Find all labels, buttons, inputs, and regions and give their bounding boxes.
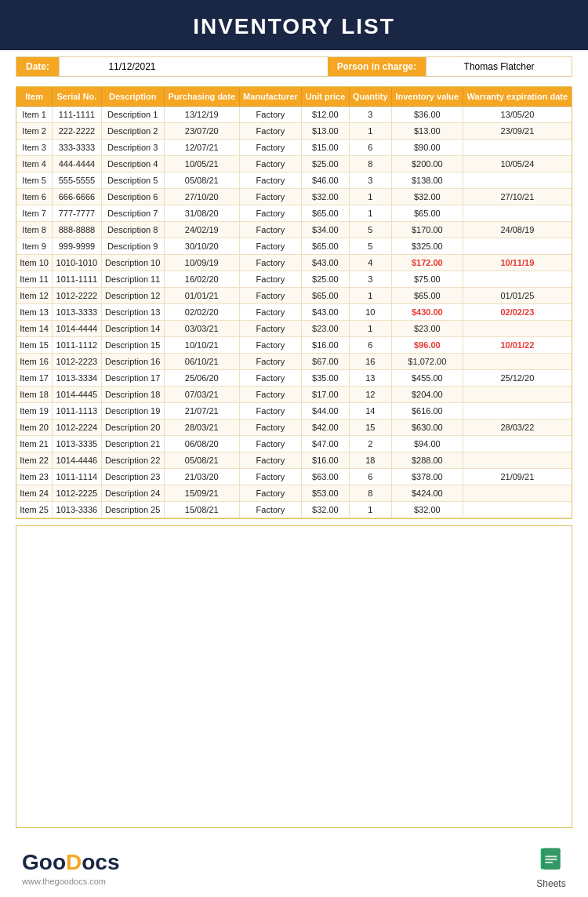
cell-r16-c4: Factory — [239, 370, 302, 387]
table-container: ItemSerial No.DescriptionPurchasing date… — [16, 86, 572, 519]
cell-r2-c6: 6 — [349, 140, 391, 156]
table-row: Item 9999-9999Description 930/10/20Facto… — [16, 238, 572, 255]
cell-r14-c0: Item 15 — [16, 337, 53, 354]
cell-r7-c7: $170.00 — [391, 222, 463, 238]
cell-r22-c8: 21/09/21 — [463, 469, 572, 485]
cell-r14-c2: Description 15 — [101, 337, 164, 354]
col-header-8: Warranty expiration date — [463, 87, 572, 107]
col-header-5: Unit price — [302, 87, 349, 107]
cell-r16-c3: 25/06/20 — [164, 370, 239, 387]
sheets-label: Sheets — [536, 878, 565, 889]
cell-r23-c4: Factory — [239, 485, 302, 502]
cell-r9-c4: Factory — [239, 255, 302, 271]
col-header-4: Manufacturer — [239, 87, 302, 107]
cell-r9-c3: 10/09/19 — [164, 255, 239, 271]
cell-r7-c6: 5 — [349, 222, 391, 238]
col-header-6: Quantity — [349, 87, 391, 107]
cell-r19-c6: 15 — [349, 419, 391, 436]
cell-r24-c6: 1 — [349, 502, 391, 518]
meta-row: Date: 11/12/2021 Person in charge: Thoma… — [16, 56, 572, 77]
cell-r24-c0: Item 25 — [16, 502, 53, 518]
cell-r15-c5: $67.00 — [302, 354, 349, 370]
cell-r24-c4: Factory — [239, 502, 302, 518]
cell-r6-c4: Factory — [239, 205, 302, 222]
cell-r1-c6: 1 — [349, 123, 391, 140]
cell-r24-c1: 1013-3336 — [53, 502, 101, 518]
cell-r18-c0: Item 19 — [16, 403, 53, 419]
table-row: Item 1111-1111Description 113/12/19Facto… — [16, 107, 572, 123]
table-row: Item 251013-3336Description 2515/08/21Fa… — [16, 502, 572, 518]
cell-r7-c4: Factory — [239, 222, 302, 238]
table-row: Item 211013-3335Description 2106/08/20Fa… — [16, 436, 572, 452]
cell-r12-c7: $430.00 — [391, 304, 463, 321]
cell-r18-c8 — [463, 403, 572, 419]
cell-r19-c5: $42.00 — [302, 419, 349, 436]
cell-r20-c6: 2 — [349, 436, 391, 452]
cell-r17-c6: 12 — [349, 387, 391, 403]
cell-r24-c2: Description 25 — [101, 502, 164, 518]
cell-r14-c1: 1011-1112 — [53, 337, 101, 354]
cell-r4-c5: $46.00 — [302, 172, 349, 189]
cell-r2-c0: Item 3 — [16, 140, 53, 156]
cell-r15-c6: 16 — [349, 354, 391, 370]
cell-r21-c0: Item 22 — [16, 452, 53, 469]
cell-r5-c0: Item 6 — [16, 189, 53, 205]
cell-r0-c3: 13/12/19 — [164, 107, 239, 123]
col-header-2: Description — [101, 87, 164, 107]
cell-r17-c5: $17.00 — [302, 387, 349, 403]
cell-r14-c4: Factory — [239, 337, 302, 354]
cell-r13-c0: Item 14 — [16, 321, 53, 337]
cell-r20-c3: 06/08/20 — [164, 436, 239, 452]
cell-r4-c6: 3 — [349, 172, 391, 189]
cell-r19-c2: Description 20 — [101, 419, 164, 436]
cell-r22-c7: $378.00 — [391, 469, 463, 485]
cell-r23-c0: Item 24 — [16, 485, 53, 502]
cell-r17-c3: 07/03/21 — [164, 387, 239, 403]
cell-r11-c2: Description 12 — [101, 288, 164, 304]
cell-r12-c5: $43.00 — [302, 304, 349, 321]
cell-r7-c3: 24/02/19 — [164, 222, 239, 238]
cell-r5-c4: Factory — [239, 189, 302, 205]
cell-r4-c0: Item 5 — [16, 172, 53, 189]
cell-r22-c1: 1011-1114 — [53, 469, 101, 485]
cell-r15-c4: Factory — [239, 354, 302, 370]
cell-r0-c2: Description 1 — [101, 107, 164, 123]
cell-r2-c5: $15.00 — [302, 140, 349, 156]
cell-r11-c1: 1012-2222 — [53, 288, 101, 304]
cell-r6-c3: 31/08/20 — [164, 205, 239, 222]
cell-r17-c8 — [463, 387, 572, 403]
cell-r6-c5: $65.00 — [302, 205, 349, 222]
cell-r19-c0: Item 20 — [16, 419, 53, 436]
cell-r4-c2: Description 5 — [101, 172, 164, 189]
cell-r7-c0: Item 8 — [16, 222, 53, 238]
cell-r20-c0: Item 21 — [16, 436, 53, 452]
cell-r8-c8 — [463, 238, 572, 255]
cell-r1-c8: 23/09/21 — [463, 123, 572, 140]
cell-r20-c5: $47.00 — [302, 436, 349, 452]
cell-r16-c2: Description 17 — [101, 370, 164, 387]
cell-r1-c7: $13.00 — [391, 123, 463, 140]
cell-r2-c1: 333-3333 — [53, 140, 101, 156]
logo: GooDocs — [22, 850, 119, 875]
cell-r15-c8 — [463, 354, 572, 370]
cell-r17-c7: $204.00 — [391, 387, 463, 403]
cell-r13-c1: 1014-4444 — [53, 321, 101, 337]
cell-r0-c5: $12.00 — [302, 107, 349, 123]
cell-r9-c7: $172.00 — [391, 255, 463, 271]
cell-r13-c6: 1 — [349, 321, 391, 337]
cell-r2-c2: Description 3 — [101, 140, 164, 156]
cell-r7-c5: $34.00 — [302, 222, 349, 238]
cell-r12-c1: 1013-3333 — [53, 304, 101, 321]
table-row: Item 2222-2222Description 223/07/20Facto… — [16, 123, 572, 140]
cell-r0-c1: 111-1111 — [53, 107, 101, 123]
cell-r16-c6: 13 — [349, 370, 391, 387]
cell-r20-c2: Description 21 — [101, 436, 164, 452]
cell-r5-c1: 666-6666 — [53, 189, 101, 205]
cell-r10-c2: Description 11 — [101, 271, 164, 288]
table-row: Item 181014-4445Description 1807/03/21Fa… — [16, 387, 572, 403]
col-header-0: Item — [16, 87, 53, 107]
cell-r20-c7: $94.00 — [391, 436, 463, 452]
cell-r24-c3: 15/08/21 — [164, 502, 239, 518]
cell-r14-c5: $16.00 — [302, 337, 349, 354]
cell-r0-c8: 13/05/20 — [463, 107, 572, 123]
